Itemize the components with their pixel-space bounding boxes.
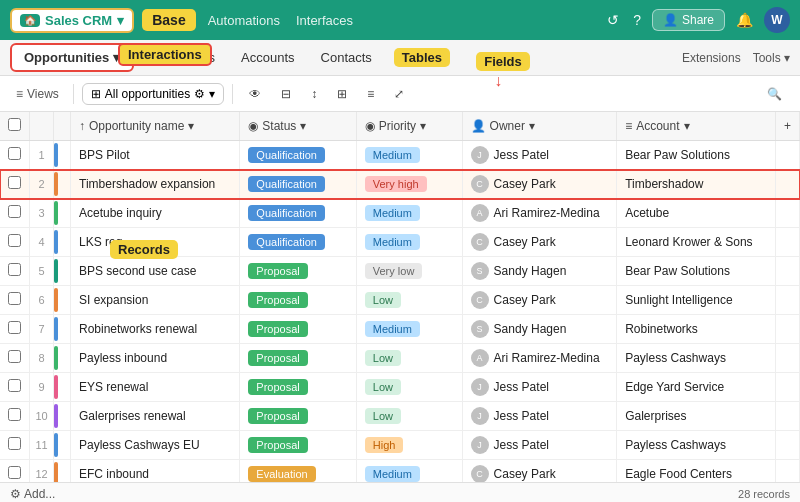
priority-cell[interactable]: Very low	[356, 257, 462, 286]
row-checkbox[interactable]	[0, 344, 30, 373]
opportunity-name[interactable]: Robinetworks renewal	[71, 315, 240, 344]
row-height-button[interactable]: ≡	[359, 84, 382, 104]
row-checkbox[interactable]	[0, 431, 30, 460]
views-button[interactable]: ≡ Views	[10, 84, 65, 104]
hide-fields-button[interactable]: 👁	[241, 84, 269, 104]
status-cell[interactable]: Qualification	[240, 141, 356, 170]
tab-interactions[interactable]: Interactions	[136, 45, 227, 70]
priority-cell[interactable]: Very high	[356, 170, 462, 199]
status-cell[interactable]: Proposal	[240, 431, 356, 460]
account-cell[interactable]: Galerprises	[617, 402, 776, 431]
table-row[interactable]: 1 BPS Pilot Qualification Medium J Jess …	[0, 141, 800, 170]
table-row[interactable]: 8 Payless inbound Proposal Low A Ari Ram…	[0, 344, 800, 373]
priority-cell[interactable]: Medium	[356, 460, 462, 483]
owner-cell[interactable]: C Casey Park	[462, 170, 617, 199]
filter-button[interactable]: ⊟	[273, 84, 299, 104]
nav-interfaces[interactable]: Interfaces	[296, 13, 353, 28]
table-row[interactable]: 3 Acetube inquiry Qualification Medium A…	[0, 199, 800, 228]
table-row[interactable]: 2 Timbershadow expansion Qualification V…	[0, 170, 800, 199]
owner-cell[interactable]: C Casey Park	[462, 228, 617, 257]
priority-cell[interactable]: Medium	[356, 199, 462, 228]
account-cell[interactable]: Leonard Krower & Sons	[617, 228, 776, 257]
bell-icon[interactable]: 🔔	[733, 9, 756, 31]
priority-cell[interactable]: High	[356, 431, 462, 460]
table-row[interactable]: 10 Galerprises renewal Proposal Low J Je…	[0, 402, 800, 431]
row-expand[interactable]	[775, 344, 799, 373]
table-row[interactable]: 11 Payless Cashways EU Proposal High J J…	[0, 431, 800, 460]
row-expand[interactable]	[775, 460, 799, 483]
owner-cell[interactable]: J Jess Patel	[462, 373, 617, 402]
tab-opportunities[interactable]: Opportunities ▾	[10, 43, 134, 72]
crm-badge[interactable]: 🏠 Sales CRM ▾	[10, 8, 134, 33]
status-cell[interactable]: Evaluation	[240, 460, 356, 483]
owner-cell[interactable]: J Jess Patel	[462, 141, 617, 170]
status-cell[interactable]: Proposal	[240, 286, 356, 315]
owner-cell[interactable]: A Ari Ramirez-Medina	[462, 344, 617, 373]
owner-cell[interactable]: A Ari Ramirez-Medina	[462, 199, 617, 228]
row-expand[interactable]	[775, 199, 799, 228]
tab-accounts[interactable]: Accounts	[229, 45, 306, 70]
table-row[interactable]: 4 LKS req Qualification Medium C Casey P…	[0, 228, 800, 257]
status-column-header[interactable]: ◉ Status ▾	[240, 112, 356, 141]
opportunity-name[interactable]: Payless Cashways EU	[71, 431, 240, 460]
account-column-header[interactable]: ≡ Account ▾	[617, 112, 776, 141]
opportunity-name[interactable]: BPS Pilot	[71, 141, 240, 170]
undo-icon[interactable]: ↺	[604, 9, 622, 31]
priority-cell[interactable]: Low	[356, 402, 462, 431]
account-cell[interactable]: Bear Paw Solutions	[617, 257, 776, 286]
status-cell[interactable]: Qualification	[240, 228, 356, 257]
owner-cell[interactable]: C Casey Park	[462, 460, 617, 483]
row-expand[interactable]	[775, 373, 799, 402]
opportunity-name[interactable]: Galerprises renewal	[71, 402, 240, 431]
priority-cell[interactable]: Medium	[356, 315, 462, 344]
table-row[interactable]: 5 BPS second use case Proposal Very low …	[0, 257, 800, 286]
row-checkbox[interactable]	[0, 460, 30, 483]
priority-column-header[interactable]: ◉ Priority ▾	[356, 112, 462, 141]
row-checkbox[interactable]	[0, 257, 30, 286]
owner-cell[interactable]: J Jess Patel	[462, 402, 617, 431]
tab-contacts[interactable]: Contacts	[309, 45, 384, 70]
row-checkbox[interactable]	[0, 141, 30, 170]
expand-button[interactable]: ⤢	[386, 84, 412, 104]
extensions-link[interactable]: Extensions	[682, 51, 741, 65]
account-cell[interactable]: Sunlight Intelligence	[617, 286, 776, 315]
tools-menu[interactable]: Tools ▾	[753, 51, 790, 65]
checkbox-header[interactable]	[0, 112, 30, 141]
status-cell[interactable]: Proposal	[240, 315, 356, 344]
opportunity-name[interactable]: Acetube inquiry	[71, 199, 240, 228]
sort-button[interactable]: ↕	[303, 84, 325, 104]
account-cell[interactable]: Payless Cashways	[617, 431, 776, 460]
account-cell[interactable]: Eagle Food Centers	[617, 460, 776, 483]
row-expand[interactable]	[775, 402, 799, 431]
row-checkbox[interactable]	[0, 228, 30, 257]
row-checkbox[interactable]	[0, 286, 30, 315]
row-checkbox[interactable]	[0, 402, 30, 431]
table-row[interactable]: 12 EFC inbound Evaluation Medium C Casey…	[0, 460, 800, 483]
status-cell[interactable]: Proposal	[240, 373, 356, 402]
owner-cell[interactable]: J Jess Patel	[462, 431, 617, 460]
opportunity-name[interactable]: LKS req	[71, 228, 240, 257]
opportunity-name[interactable]: EYS renewal	[71, 373, 240, 402]
account-cell[interactable]: Edge Yard Service	[617, 373, 776, 402]
opportunity-name[interactable]: EFC inbound	[71, 460, 240, 483]
row-checkbox[interactable]	[0, 373, 30, 402]
row-checkbox[interactable]	[0, 170, 30, 199]
priority-cell[interactable]: Low	[356, 286, 462, 315]
priority-cell[interactable]: Medium	[356, 141, 462, 170]
help-icon[interactable]: ?	[630, 9, 644, 31]
table-row[interactable]: 9 EYS renewal Proposal Low J Jess Patel …	[0, 373, 800, 402]
row-expand[interactable]	[775, 228, 799, 257]
base-label[interactable]: Base	[142, 9, 195, 31]
status-cell[interactable]: Qualification	[240, 199, 356, 228]
opportunity-name[interactable]: BPS second use case	[71, 257, 240, 286]
nav-automations[interactable]: Automations	[208, 13, 280, 28]
row-checkbox[interactable]	[0, 315, 30, 344]
add-col-header[interactable]: +	[775, 112, 799, 141]
row-expand[interactable]	[775, 315, 799, 344]
select-all-checkbox[interactable]	[8, 118, 21, 131]
owner-cell[interactable]: S Sandy Hagen	[462, 315, 617, 344]
opportunity-name[interactable]: Payless inbound	[71, 344, 240, 373]
priority-cell[interactable]: Medium	[356, 228, 462, 257]
share-button[interactable]: 👤 Share	[652, 9, 725, 31]
row-expand[interactable]	[775, 286, 799, 315]
